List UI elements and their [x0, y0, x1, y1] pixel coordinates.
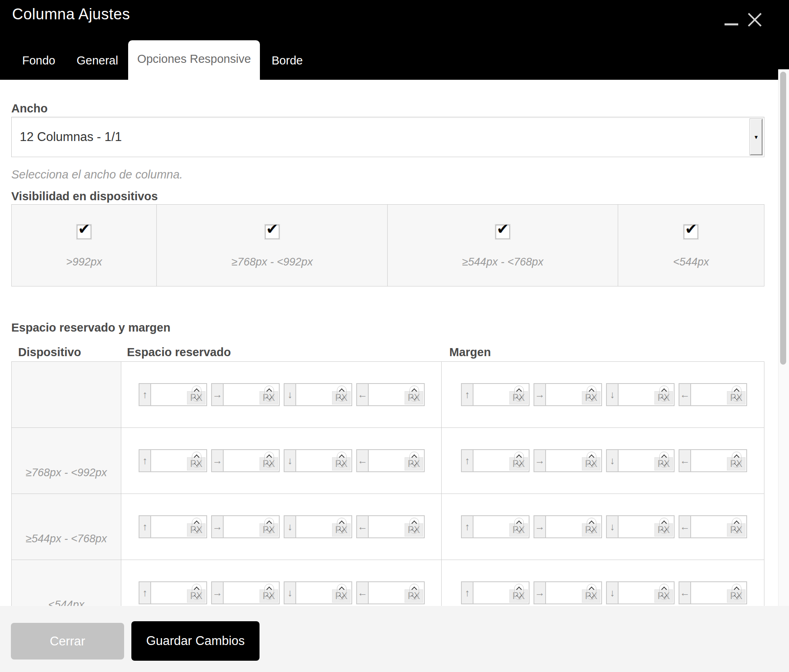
number-stepper[interactable]: [659, 518, 669, 534]
save-changes-button[interactable]: Guardar Cambios: [131, 621, 260, 661]
number-stepper[interactable]: [409, 452, 419, 468]
stepper-up-icon[interactable]: [734, 587, 739, 592]
stepper-up-icon[interactable]: [661, 388, 667, 394]
stepper-down-icon[interactable]: [266, 527, 272, 532]
stepper-down-icon[interactable]: [661, 460, 667, 466]
number-stepper[interactable]: [514, 518, 524, 534]
stepper-up-icon[interactable]: [516, 521, 522, 526]
stepper-up-icon[interactable]: [266, 587, 272, 592]
stepper-up-icon[interactable]: [734, 388, 739, 394]
number-stepper[interactable]: [337, 452, 347, 468]
number-stepper[interactable]: [587, 386, 596, 402]
number-stepper[interactable]: [659, 452, 669, 468]
visibility-checkbox[interactable]: ✔: [77, 225, 91, 239]
stepper-up-icon[interactable]: [734, 521, 739, 526]
stepper-up-icon[interactable]: [411, 454, 417, 460]
width-select[interactable]: 12 Columnas - 1/1 ▼: [11, 117, 764, 157]
number-stepper[interactable]: [732, 386, 741, 402]
stepper-down-icon[interactable]: [339, 527, 345, 532]
number-stepper[interactable]: [264, 386, 274, 402]
number-stepper[interactable]: [659, 584, 669, 600]
vertical-scrollbar[interactable]: [778, 69, 789, 672]
stepper-up-icon[interactable]: [734, 454, 739, 460]
stepper-down-icon[interactable]: [734, 593, 739, 598]
stepper-down-icon[interactable]: [589, 527, 594, 532]
stepper-up-icon[interactable]: [411, 587, 417, 592]
stepper-down-icon[interactable]: [734, 460, 739, 466]
stepper-up-icon[interactable]: [194, 521, 199, 526]
stepper-up-icon[interactable]: [589, 521, 594, 526]
stepper-down-icon[interactable]: [661, 593, 667, 598]
number-stepper[interactable]: [337, 584, 347, 600]
stepper-up-icon[interactable]: [266, 521, 272, 526]
stepper-down-icon[interactable]: [734, 394, 739, 400]
visibility-checkbox[interactable]: ✔: [496, 225, 510, 239]
stepper-down-icon[interactable]: [661, 394, 667, 400]
number-stepper[interactable]: [409, 386, 419, 402]
number-stepper[interactable]: [264, 452, 274, 468]
stepper-down-icon[interactable]: [411, 460, 417, 466]
number-stepper[interactable]: [514, 452, 524, 468]
stepper-up-icon[interactable]: [339, 587, 345, 592]
stepper-down-icon[interactable]: [589, 460, 594, 466]
stepper-up-icon[interactable]: [661, 454, 667, 460]
stepper-down-icon[interactable]: [516, 593, 522, 598]
stepper-down-icon[interactable]: [194, 593, 199, 598]
visibility-checkbox[interactable]: ✔: [265, 225, 279, 239]
scrollbar-thumb[interactable]: [780, 72, 786, 365]
stepper-up-icon[interactable]: [661, 587, 667, 592]
number-stepper[interactable]: [409, 584, 419, 600]
stepper-down-icon[interactable]: [266, 394, 272, 400]
tab-borde[interactable]: Borde: [272, 40, 303, 80]
number-stepper[interactable]: [732, 452, 741, 468]
stepper-up-icon[interactable]: [339, 388, 345, 394]
number-stepper[interactable]: [587, 452, 596, 468]
stepper-down-icon[interactable]: [516, 394, 522, 400]
number-stepper[interactable]: [514, 584, 524, 600]
stepper-down-icon[interactable]: [411, 394, 417, 400]
stepper-down-icon[interactable]: [339, 394, 345, 400]
number-stepper[interactable]: [732, 584, 741, 600]
stepper-up-icon[interactable]: [516, 587, 522, 592]
close-icon[interactable]: [747, 12, 762, 27]
number-stepper[interactable]: [514, 386, 524, 402]
stepper-down-icon[interactable]: [194, 394, 199, 400]
number-stepper[interactable]: [192, 452, 201, 468]
stepper-up-icon[interactable]: [339, 521, 345, 526]
stepper-down-icon[interactable]: [411, 593, 417, 598]
number-stepper[interactable]: [192, 584, 201, 600]
stepper-down-icon[interactable]: [734, 527, 739, 532]
stepper-down-icon[interactable]: [339, 460, 345, 466]
number-stepper[interactable]: [732, 518, 741, 534]
stepper-down-icon[interactable]: [194, 460, 199, 466]
tab-opciones-responsive[interactable]: Opciones Responsive: [128, 40, 260, 80]
stepper-down-icon[interactable]: [339, 593, 345, 598]
stepper-up-icon[interactable]: [589, 388, 594, 394]
stepper-up-icon[interactable]: [194, 454, 199, 460]
visibility-checkbox[interactable]: ✔: [684, 225, 698, 239]
stepper-up-icon[interactable]: [589, 587, 594, 592]
stepper-down-icon[interactable]: [516, 460, 522, 466]
tab-general[interactable]: General: [77, 40, 118, 80]
stepper-down-icon[interactable]: [266, 460, 272, 466]
number-stepper[interactable]: [337, 386, 347, 402]
tab-fondo[interactable]: Fondo: [22, 40, 55, 80]
stepper-down-icon[interactable]: [194, 527, 199, 532]
stepper-up-icon[interactable]: [661, 521, 667, 526]
number-stepper[interactable]: [587, 584, 596, 600]
stepper-up-icon[interactable]: [266, 388, 272, 394]
minimize-icon[interactable]: [725, 23, 738, 25]
number-stepper[interactable]: [337, 518, 347, 534]
stepper-down-icon[interactable]: [589, 394, 594, 400]
stepper-down-icon[interactable]: [589, 593, 594, 598]
number-stepper[interactable]: [409, 518, 419, 534]
stepper-up-icon[interactable]: [516, 388, 522, 394]
stepper-down-icon[interactable]: [266, 593, 272, 598]
stepper-up-icon[interactable]: [339, 454, 345, 460]
stepper-up-icon[interactable]: [411, 521, 417, 526]
stepper-down-icon[interactable]: [516, 527, 522, 532]
number-stepper[interactable]: [659, 386, 669, 402]
number-stepper[interactable]: [192, 386, 201, 402]
select-dropdown-button[interactable]: ▼: [750, 119, 762, 155]
close-button[interactable]: Cerrar: [11, 623, 124, 660]
